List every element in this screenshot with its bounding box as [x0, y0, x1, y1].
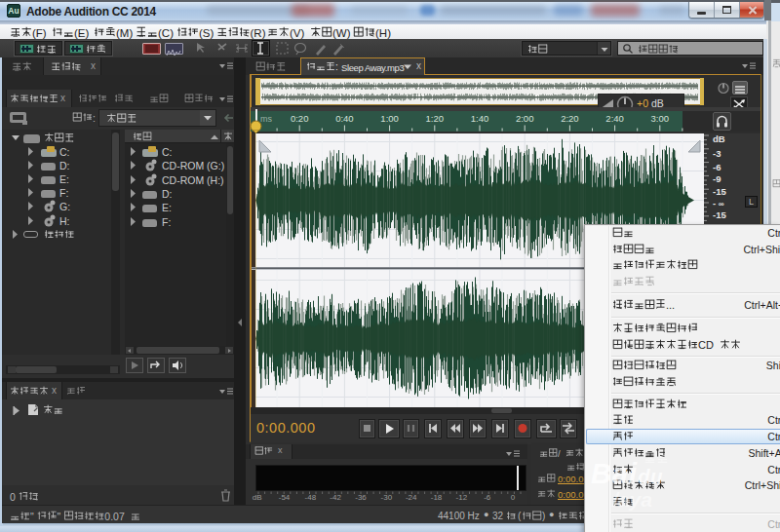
svg-text:CD: CD	[698, 339, 714, 351]
svg-text:...: ...	[666, 299, 675, 311]
svg-text:/: /	[558, 448, 561, 459]
svg-text:": "	[58, 510, 61, 521]
svg-text:": "	[30, 510, 34, 521]
svg-text:0.07: 0.07	[104, 510, 125, 521]
